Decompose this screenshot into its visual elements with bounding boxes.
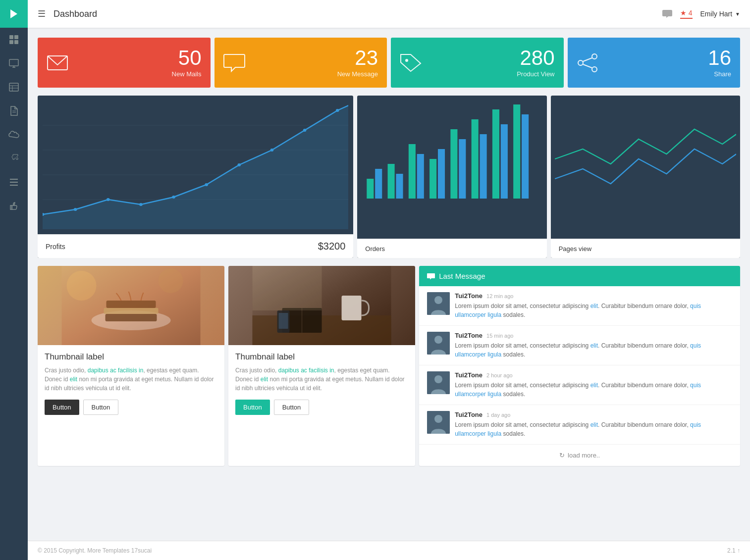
thumbnails-col: Thumbnail label Cras justo odio, dapibus… bbox=[38, 266, 415, 466]
sidebar-item-monitor[interactable] bbox=[0, 51, 28, 75]
load-more-button[interactable]: ↻ load more.. bbox=[419, 445, 740, 466]
orders-chart-footer: Orders bbox=[357, 239, 546, 258]
svg-rect-61 bbox=[104, 308, 159, 314]
message-text-3: Lorem ipsum dolor sit amet, consectetur … bbox=[455, 420, 732, 438]
profit-chart-card: Profits $3200 bbox=[38, 96, 353, 258]
messages-panel: Last Message Tui2Tone 12 min ago bbox=[419, 266, 740, 466]
svg-rect-49 bbox=[451, 129, 458, 199]
message-text-1: Lorem ipsum dolor sit amet, consectetur … bbox=[455, 341, 732, 359]
thumb-btn1-2[interactable]: Button bbox=[235, 400, 270, 415]
user-menu[interactable]: Emily Hart ▼ bbox=[700, 10, 740, 18]
msg-link-0-b[interactable]: quis ullamcorper ligula bbox=[455, 303, 701, 318]
profit-value: $3200 bbox=[318, 241, 346, 252]
svg-rect-5 bbox=[9, 59, 18, 66]
message-content-2: Tui2Tone 2 hour ago Lorem ipsum dolor si… bbox=[455, 371, 732, 399]
message-sender-1: Tui2Tone bbox=[455, 332, 482, 339]
message-content-3: Tui2Tone 1 day ago Lorem ipsum dolor sit… bbox=[455, 411, 732, 438]
message-sender-0: Tui2Tone bbox=[455, 292, 482, 300]
bottom-row: Thumbnail label Cras justo odio, dapibus… bbox=[38, 266, 740, 466]
svg-rect-53 bbox=[492, 109, 499, 199]
message-item-0: Tui2Tone 12 min ago Lorem ipsum dolor si… bbox=[419, 286, 740, 326]
pages-chart-footer: Pages view bbox=[551, 239, 740, 258]
svg-rect-57 bbox=[555, 100, 736, 204]
svg-point-34 bbox=[172, 196, 175, 199]
thumb-link-1a[interactable]: dapibus ac facilisis in bbox=[88, 367, 144, 374]
thumb-text-1: Cras justo odio, dapibus ac facilisis in… bbox=[45, 366, 217, 393]
msg-link-1-a[interactable]: elit bbox=[590, 342, 598, 349]
sidebar-item-list[interactable] bbox=[0, 170, 28, 194]
message-item-1: Tui2Tone 15 min ago Lorem ipsum dolor si… bbox=[419, 326, 740, 365]
sidebar-item-puzzle[interactable] bbox=[0, 147, 28, 170]
message-top-1: Tui2Tone 15 min ago bbox=[455, 332, 732, 339]
stat-card-views[interactable]: 280 Product View bbox=[391, 38, 564, 88]
thumb-link-2b[interactable]: elit bbox=[261, 376, 268, 383]
orders-chart-card: Orders bbox=[357, 96, 546, 258]
mail-icon bbox=[47, 54, 68, 72]
svg-rect-72 bbox=[253, 266, 322, 310]
msg-link-3-a[interactable]: elit bbox=[590, 421, 598, 428]
thumb-btn2-2[interactable]: Button bbox=[274, 400, 310, 415]
chat-icon[interactable] bbox=[662, 9, 672, 18]
message-content-1: Tui2Tone 15 min ago Lorem ipsum dolor si… bbox=[455, 332, 732, 359]
svg-rect-45 bbox=[409, 144, 416, 199]
thumb-card-1: Thumbnail label Cras justo odio, dapibus… bbox=[38, 266, 224, 466]
thumb-link-2a[interactable]: dapibus ac facilisis in bbox=[278, 367, 334, 374]
stats-row: 50 New Mails 23 New Message 280 bbox=[38, 38, 740, 88]
message-time-2: 2 hour ago bbox=[486, 372, 513, 378]
stat-card-mails[interactable]: 50 New Mails bbox=[38, 38, 211, 88]
msg-link-0-a[interactable]: elit bbox=[590, 303, 598, 309]
thumb-card-2: Thumbnail label Cras justo odio, dapibus… bbox=[228, 266, 415, 466]
message-sender-3: Tui2Tone bbox=[455, 411, 482, 418]
sidebar-item-dashboard[interactable] bbox=[0, 28, 28, 51]
thumb-btn1-1[interactable]: Button bbox=[45, 400, 79, 415]
thumb-text-2: Cras justo odio, dapibus ac facilisis in… bbox=[235, 366, 408, 393]
sidebar-logo[interactable] bbox=[0, 0, 28, 28]
notification-badge[interactable]: ★ 4 bbox=[680, 9, 693, 19]
svg-line-24 bbox=[583, 64, 592, 68]
svg-point-21 bbox=[578, 60, 583, 65]
messages-header: Last Message bbox=[419, 266, 740, 286]
stat-info-share: 16 Share bbox=[708, 48, 731, 78]
thumb-link-1b[interactable]: elit bbox=[70, 376, 77, 383]
message-text-0: Lorem ipsum dolor sit amet, consectetur … bbox=[455, 302, 732, 319]
sidebar-item-cloud[interactable] bbox=[0, 123, 28, 147]
notification-count: 4 bbox=[689, 9, 693, 17]
msg-link-2-b[interactable]: quis ullamcorper ligula bbox=[455, 382, 701, 398]
profit-chart-area bbox=[38, 96, 353, 234]
messages-header-icon bbox=[427, 273, 435, 280]
message-item-3: Tui2Tone 1 day ago Lorem ipsum dolor sit… bbox=[419, 405, 740, 445]
thumb-buttons-2: Button Button bbox=[235, 400, 408, 415]
views-label: Product View bbox=[517, 70, 554, 78]
svg-rect-41 bbox=[367, 179, 374, 199]
thumb-btn2-1[interactable]: Button bbox=[83, 400, 119, 415]
message-top-2: Tui2Tone 2 hour ago bbox=[455, 371, 732, 379]
footer-copyright: © 2015 Copyright. More Templates 17sucai bbox=[38, 547, 152, 554]
msg-link-1-b[interactable]: quis ullamcorper ligula bbox=[455, 342, 701, 358]
user-name: Emily Hart bbox=[700, 10, 733, 18]
svg-point-35 bbox=[205, 183, 208, 186]
msg-link-3-b[interactable]: quis ullamcorper ligula bbox=[455, 421, 701, 437]
stat-card-share[interactable]: 16 Share bbox=[568, 38, 741, 88]
message-time-3: 1 day ago bbox=[486, 412, 510, 418]
svg-rect-43 bbox=[388, 164, 395, 199]
svg-rect-67 bbox=[342, 296, 362, 320]
footer-version: 2.1 ↑ bbox=[727, 547, 740, 554]
stat-card-messages[interactable]: 23 New Message bbox=[214, 38, 387, 88]
msg-link-2-a[interactable]: elit bbox=[590, 382, 598, 389]
sidebar-item-file[interactable] bbox=[0, 99, 28, 123]
pages-label: Pages view bbox=[559, 245, 591, 253]
thumb-title-2: Thumbnail label bbox=[235, 352, 408, 362]
message-time-1: 15 min ago bbox=[486, 333, 513, 339]
thumb-body-2: Thumbnail label Cras justo odio, dapibus… bbox=[228, 345, 415, 422]
menu-icon[interactable]: ☰ bbox=[38, 8, 46, 19]
svg-point-37 bbox=[270, 149, 274, 152]
sidebar-item-like[interactable] bbox=[0, 194, 28, 218]
topbar-right: ★ 4 Emily Hart ▼ bbox=[662, 9, 740, 19]
page-title: Dashboard bbox=[54, 9, 662, 19]
stat-info-views: 280 Product View bbox=[517, 48, 554, 78]
refresh-icon: ↻ bbox=[559, 452, 565, 459]
sidebar-item-table[interactable] bbox=[0, 75, 28, 99]
svg-point-31 bbox=[74, 208, 77, 211]
svg-rect-51 bbox=[472, 119, 479, 199]
svg-point-76 bbox=[434, 336, 442, 344]
